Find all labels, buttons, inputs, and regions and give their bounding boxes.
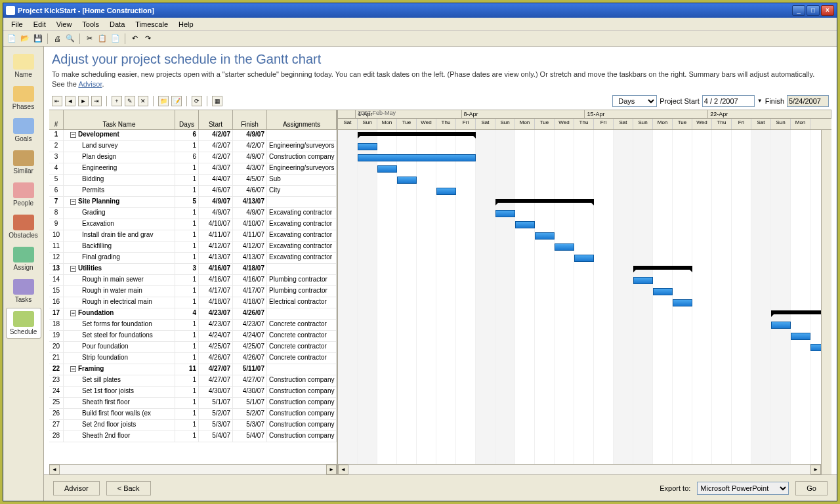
task-row[interactable]: 9Excavation14/10/074/10/07Excavating con… [49, 219, 337, 230]
cell-name[interactable]: Final grading [64, 253, 175, 263]
cell-days[interactable]: 1 [175, 420, 199, 430]
cell-assign[interactable] [267, 364, 337, 375]
cell-days[interactable]: 1 [175, 297, 199, 308]
task-row[interactable]: 3Plan design64/2/074/9/07Construction co… [49, 152, 337, 163]
cell-finish[interactable]: 4/10/07 [233, 219, 267, 230]
cell-start[interactable]: 4/27/07 [199, 375, 233, 386]
cell-assign[interactable]: Excavating contractor [267, 219, 337, 230]
cell-assign[interactable]: Construction company [267, 375, 337, 386]
cell-finish[interactable]: 4/13/07 [233, 253, 267, 263]
cell-name[interactable]: Rough in main sewer [64, 275, 175, 285]
cut-button[interactable]: ✂ [83, 33, 95, 45]
gantt-hscrollbar[interactable]: ◄ ► [338, 464, 821, 474]
sidebar-item-obstacles[interactable]: Obstacles [6, 211, 41, 242]
menu-view[interactable]: View [51, 19, 77, 30]
cell-finish[interactable]: 4/30/07 [233, 387, 267, 397]
cell-assign[interactable]: Sub [267, 175, 337, 185]
cell-finish[interactable]: 4/18/07 [233, 297, 267, 308]
cell-start[interactable]: 5/3/07 [199, 420, 233, 430]
cell-start[interactable]: 4/2/07 [199, 152, 233, 163]
cell-name[interactable]: Land survey [64, 141, 175, 152]
project-start-input[interactable] [702, 95, 755, 107]
cell-name[interactable]: Set 1st floor joists [64, 387, 175, 397]
cell-name[interactable]: Rough in electrical main [64, 297, 175, 308]
task-row[interactable]: 23Set sill plates14/27/074/27/07Construc… [49, 375, 337, 387]
gantt-task-bar[interactable] [436, 188, 456, 195]
cell-days[interactable]: 5 [175, 197, 199, 207]
col-start-header[interactable]: Start [199, 110, 233, 129]
task-row[interactable]: 5Bidding14/4/074/5/07Sub [49, 175, 337, 186]
task-row[interactable]: 2Land survey14/2/074/2/07Engineering/sur… [49, 141, 337, 152]
task-row[interactable]: 12Final grading14/13/074/13/07Excavating… [49, 253, 337, 264]
scroll-left-icon[interactable]: ◄ [49, 465, 60, 474]
cell-name[interactable]: Set 2nd floor joists [64, 420, 175, 430]
col-finish-header[interactable]: Finish [233, 110, 267, 129]
cell-start[interactable]: 5/4/07 [199, 431, 233, 442]
cell-finish[interactable]: 4/11/07 [233, 230, 267, 241]
task-row[interactable]: 13−Utilities34/16/074/18/07 [49, 264, 337, 275]
cell-assign[interactable]: Excavating contractor [267, 208, 337, 219]
cell-name[interactable]: Excavation [64, 219, 175, 230]
cell-assign[interactable]: Electrical contractor [267, 297, 337, 308]
sidebar-item-goals[interactable]: Goals [6, 115, 41, 146]
note-button[interactable]: 📝 [171, 96, 182, 106]
cell-start[interactable]: 4/23/07 [199, 320, 233, 330]
cell-start[interactable]: 4/16/07 [199, 264, 233, 274]
task-row[interactable]: 4Engineering14/3/074/3/07Engineering/sur… [49, 163, 337, 175]
cell-finish[interactable]: 5/1/07 [233, 398, 267, 408]
task-row[interactable]: 25Sheath first floor15/1/075/1/07Constru… [49, 398, 337, 409]
nav-next-button[interactable]: ► [78, 96, 89, 106]
cell-start[interactable]: 4/13/07 [199, 253, 233, 263]
cell-start[interactable]: 4/23/07 [199, 308, 233, 319]
gantt-scroll-right-icon[interactable]: ► [810, 465, 821, 474]
cell-finish[interactable]: 4/27/07 [233, 375, 267, 386]
cell-name[interactable]: Set forms for foundation [64, 320, 175, 330]
cell-finish[interactable]: 4/9/07 [233, 208, 267, 219]
task-row[interactable]: 6Permits14/6/074/6/07City [49, 186, 337, 197]
cell-assign[interactable]: Construction company [267, 398, 337, 408]
gantt-task-bar[interactable] [495, 210, 515, 217]
cell-assign[interactable]: Plumbing contractor [267, 286, 337, 297]
cell-finish[interactable]: 4/5/07 [233, 175, 267, 185]
gantt-body[interactable] [338, 130, 831, 465]
cell-days[interactable]: 1 [175, 141, 199, 152]
nav-prev-button[interactable]: ◄ [65, 96, 75, 106]
cell-name[interactable]: −Framing [64, 364, 175, 375]
cell-name[interactable]: Sheath 2nd floor [64, 431, 175, 442]
gantt-task-bar[interactable] [791, 333, 810, 340]
cell-assign[interactable]: Construction company [267, 431, 337, 442]
cell-name[interactable]: Plan design [64, 152, 175, 163]
task-row[interactable]: 24Set 1st floor joists14/30/074/30/07Con… [49, 387, 337, 398]
cell-name[interactable]: Strip foundation [64, 353, 175, 364]
cell-name[interactable]: −Foundation [64, 308, 175, 319]
cell-finish[interactable]: 4/2/07 [233, 141, 267, 152]
cell-name[interactable]: Pour foundation [64, 342, 175, 352]
cell-assign[interactable]: Concrete contractor [267, 353, 337, 364]
table-hscrollbar[interactable]: ◄ ► [49, 464, 337, 474]
task-row[interactable]: 10Install drain tile and grav14/11/074/1… [49, 230, 337, 242]
cell-days[interactable]: 1 [175, 242, 199, 252]
cell-days[interactable]: 1 [175, 163, 199, 174]
task-row[interactable]: 26Build first floor walls (ex15/2/075/2/… [49, 409, 337, 420]
nav-last-button[interactable]: ⇥ [91, 96, 102, 106]
cell-finish[interactable]: 4/25/07 [233, 342, 267, 352]
task-table-body[interactable]: 1−Development64/2/074/9/072Land survey14… [49, 130, 337, 464]
cell-days[interactable]: 1 [175, 175, 199, 185]
cell-finish[interactable]: 4/12/07 [233, 242, 267, 252]
grid-view-button[interactable]: ▦ [212, 96, 222, 106]
cell-assign[interactable]: Construction company [267, 420, 337, 430]
close-button[interactable]: × [821, 5, 834, 16]
cell-name[interactable]: −Utilities [64, 264, 175, 274]
cell-start[interactable]: 4/24/07 [199, 331, 233, 341]
cell-start[interactable]: 4/10/07 [199, 219, 233, 230]
cell-name[interactable]: Build first floor walls (ex [64, 409, 175, 419]
insert-button[interactable]: + [112, 96, 122, 106]
copy-button[interactable]: 📋 [96, 33, 108, 45]
cell-finish[interactable]: 4/16/07 [233, 275, 267, 285]
gantt-vscrollbar[interactable] [821, 130, 831, 474]
cell-start[interactable]: 4/2/07 [199, 141, 233, 152]
cell-finish[interactable]: 4/6/07 [233, 186, 267, 196]
cell-days[interactable]: 1 [175, 353, 199, 364]
task-row[interactable]: 20Pour foundation14/25/074/25/07Concrete… [49, 342, 337, 353]
gantt-task-bar[interactable] [397, 177, 417, 184]
